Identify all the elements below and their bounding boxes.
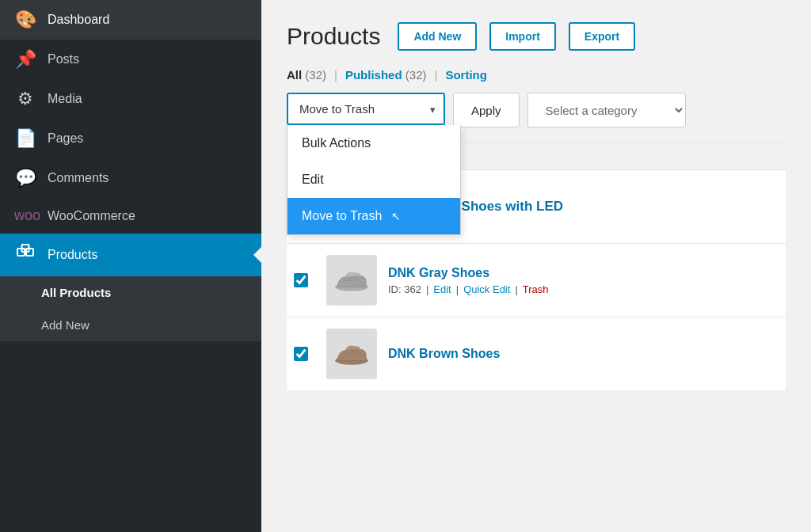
page-title: Products xyxy=(287,23,380,50)
dashboard-icon: 🎨 xyxy=(14,10,36,30)
dropdown-item-move-to-trash[interactable]: Move to Trash ↖ xyxy=(287,198,460,234)
filter-published[interactable]: Published (32) xyxy=(345,68,427,82)
table-row: DNK Gray Shoes ID: 362 | Edit | Quick Ed… xyxy=(287,243,786,317)
pages-icon: 📄 xyxy=(14,128,36,149)
dropdown-item-edit[interactable]: Edit xyxy=(287,162,460,198)
row-checkbox[interactable] xyxy=(294,347,308,361)
dropdown-item-bulk-actions[interactable]: Bulk Actions xyxy=(287,125,460,162)
sidebar-submenu-add-new[interactable]: Add New xyxy=(0,309,261,341)
filter-sorting[interactable]: Sorting xyxy=(445,68,487,82)
table-row: DNK Brown Shoes xyxy=(287,317,786,390)
main-content: Products Add New Import Export All (32) … xyxy=(261,0,811,532)
sidebar-label-posts: Posts xyxy=(48,52,79,66)
bulk-action-dropdown: Bulk Actions Edit Move to Trash ↖ xyxy=(287,125,461,235)
sidebar-label-woocommerce: WooCommerce xyxy=(48,209,135,223)
product-info: DNK Brown Shoes xyxy=(388,347,786,361)
sidebar-item-dashboard[interactable]: 🎨 Dashboard xyxy=(0,0,261,40)
sidebar-item-products[interactable]: Products xyxy=(0,234,261,276)
sidebar-item-comments[interactable]: 💬 Comments xyxy=(0,158,261,198)
posts-icon: 📌 xyxy=(14,49,36,70)
woocommerce-icon: woo xyxy=(14,207,36,224)
export-button[interactable]: Export xyxy=(569,22,635,51)
comments-icon: 💬 xyxy=(14,168,36,188)
add-new-button[interactable]: Add New xyxy=(398,22,477,51)
sidebar-label-dashboard: Dashboard xyxy=(48,13,109,27)
page-header: Products Add New Import Export xyxy=(287,22,786,51)
all-products-label: All Products xyxy=(41,286,111,299)
row-checkbox-area xyxy=(287,347,315,361)
products-icon xyxy=(14,243,36,267)
product-name[interactable]: DNK Brown Shoes xyxy=(388,347,786,361)
add-new-label: Add New xyxy=(41,318,89,332)
import-button[interactable]: Import xyxy=(489,22,556,51)
product-thumbnail xyxy=(326,329,377,379)
quick-edit-link[interactable]: Quick Edit xyxy=(463,283,510,295)
trash-link[interactable]: Trash xyxy=(523,283,549,295)
product-info: DNK Gray Shoes ID: 362 | Edit | Quick Ed… xyxy=(388,266,786,295)
media-icon: ⚙ xyxy=(14,89,36,109)
sidebar-submenu-all-products[interactable]: All Products xyxy=(0,276,261,309)
sidebar-label-comments: Comments xyxy=(48,171,109,185)
cursor-icon: ↖ xyxy=(391,210,401,222)
sidebar-label-pages: Pages xyxy=(48,131,83,146)
edit-link[interactable]: Edit xyxy=(433,283,451,295)
sidebar-submenu-products: All Products Add New xyxy=(0,276,261,341)
sidebar-label-media: Media xyxy=(48,92,82,106)
product-meta: ID: 362 | Edit | Quick Edit | Trash xyxy=(388,283,786,295)
bulk-select-wrapper: Move to Trash ▾ Bulk Actions Edit Move t… xyxy=(287,93,445,125)
sidebar-item-media[interactable]: ⚙ Media xyxy=(0,79,261,119)
filter-bar: All (32) | Published (32) | Sorting xyxy=(287,68,786,82)
sidebar-item-pages[interactable]: 📄 Pages xyxy=(0,119,261,158)
sidebar-item-posts[interactable]: 📌 Posts xyxy=(0,40,261,79)
sidebar-item-woocommerce[interactable]: woo WooCommerce xyxy=(0,198,261,234)
sidebar: 🎨 Dashboard 📌 Posts ⚙ Media 📄 Pages 💬 Co… xyxy=(0,0,261,532)
row-checkbox[interactable] xyxy=(294,273,308,287)
product-name[interactable]: DNK Gray Shoes xyxy=(388,266,786,280)
row-checkbox-area xyxy=(287,273,315,287)
filter-all[interactable]: All (32) xyxy=(287,68,326,82)
product-thumbnail xyxy=(326,255,377,306)
bulk-action-select[interactable]: Move to Trash xyxy=(287,93,445,125)
toolbar-row: Move to Trash ▾ Bulk Actions Edit Move t… xyxy=(287,93,786,127)
apply-button[interactable]: Apply xyxy=(453,93,520,127)
sidebar-label-products: Products xyxy=(48,248,97,262)
category-select[interactable]: Select a category xyxy=(527,93,686,127)
